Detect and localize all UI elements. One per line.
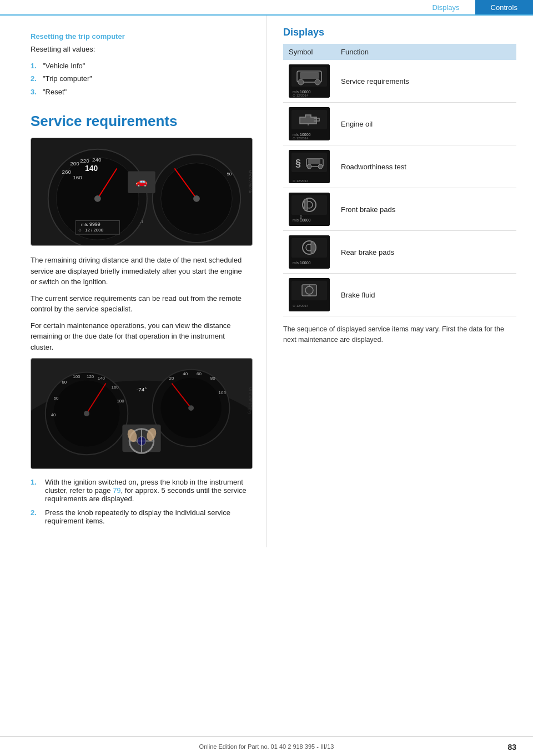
svg-text:40: 40 [51,412,56,417]
col-symbol: Symbol [283,44,335,60]
symbol-icon-roadworthy: § ⊙ 12/2014 [289,150,330,183]
symbol-cell: § ⊙ 12/2014 [283,145,335,188]
step-num: 3. [31,87,43,98]
tab-displays[interactable]: Displays [416,0,475,14]
svg-text:180: 180 [117,399,124,404]
step-text: "Reset" [43,87,67,98]
svg-point-20 [193,195,200,202]
svg-text:140: 140 [85,164,98,173]
svg-text:⊙ 12/2014: ⊙ 12/2014 [293,137,309,140]
svg-point-10 [94,195,101,202]
svg-text:100: 100 [73,374,81,379]
displays-title: Displays [283,27,516,38]
svg-point-62 [298,79,304,85]
symbol-cell: mls 10000 [283,231,335,274]
function-cell: Roadworthiness test [335,145,516,188]
step1-text: With the ignition switched on, press the… [45,478,249,503]
svg-text:12 / 2008: 12 / 2008 [85,228,104,233]
para3: For certain maintenance operations, you … [31,320,249,353]
svg-rect-86 [304,199,308,210]
svg-text:240: 240 [92,157,102,163]
svg-text:200: 200 [70,160,79,167]
symbol-icon-frontbrake: {} mls 10000 [289,193,330,226]
table-header-row: Symbol Function [283,44,516,60]
instrument-cluster-image-1: 200 220 240 260 140 160 mls 9999 ⊙ 12 / … [31,138,253,246]
step-text: "Trip computer" [43,73,92,84]
para2: The current service requirements can be … [31,293,249,315]
table-row: ⊙ 12/2014 Brake fluid [283,274,516,316]
svg-text:260: 260 [62,169,71,175]
svg-text:⊙ 12/2014: ⊙ 12/2014 [293,94,309,97]
reset-steps-list: 1. "Vehicle Info" 2. "Trip computer" 3. … [31,61,249,98]
svg-text:-1: -1 [139,219,144,224]
left-column: Resetting the trip computer Resetting al… [0,16,266,547]
para1: The remaining driving distance and the d… [31,255,249,288]
table-row: mls 10000 Rear brake pads [283,231,516,274]
svg-text:80: 80 [210,376,215,381]
svg-text:mls: mls [293,261,299,265]
step2-text: Press the knob repeatedly to display the… [45,508,249,525]
svg-text:220: 220 [80,158,89,164]
page-number: 83 [507,743,516,752]
step1-link[interactable]: 79 [113,486,120,495]
svg-text:MY07Z2909A: MY07Z2909A [248,170,252,194]
svg-text:20: 20 [169,376,174,381]
table-row: {} mls 10000 Front brake pads [283,188,516,231]
step-num: 2. [31,73,43,84]
svg-text:mls: mls [293,133,299,137]
symbol-cell: mls 10000 ⊙ 12/2014 [283,60,335,103]
svg-point-78 [307,164,311,169]
symbol-icon-brakefluid: ⊙ 12/2014 [289,278,330,311]
function-cell: Rear brake pads [335,231,516,274]
top-navigation: Displays Controls [0,0,533,16]
step2-num: 2. [31,508,45,525]
symbol-icon-oil: mls 10000 ⊙ 12/2014 [289,107,330,140]
symbol-icon-rearbrake: mls 10000 [289,235,330,269]
svg-rect-94 [311,242,314,253]
list-item: 3. "Reset" [31,87,249,98]
table-row: § ⊙ 12/2014 Roadworthiness test [283,145,516,188]
service-step-2: 2. Press the knob repeatedly to display … [31,508,249,525]
svg-point-79 [318,164,323,169]
reset-subtitle: Resetting all values: [31,44,249,55]
right-column: Displays Symbol Function mls 10000 [266,16,533,547]
symbol-function-table: Symbol Function mls 10000 ⊙ 12/2014 Serv… [283,44,516,316]
function-cell: Engine oil [335,103,516,145]
symbol-cell: {} mls 10000 [283,188,335,231]
svg-text:160: 160 [112,385,119,390]
svg-text:10000: 10000 [300,261,311,265]
symbol-icon-service: mls 10000 ⊙ 12/2014 [289,64,330,98]
svg-text:10000: 10000 [300,133,311,137]
function-cell: Service requirements [335,60,516,103]
svg-rect-64 [300,72,319,79]
step-text: "Vehicle Info" [43,61,85,72]
svg-text:120: 120 [87,374,94,379]
svg-text:§: § [295,158,301,169]
svg-text:9999: 9999 [89,221,100,227]
svg-point-38 [84,411,89,416]
svg-text:80: 80 [62,380,67,385]
instrument-cluster-image-2: 80 100 120 60 40 140 160 180 20 40 60 80… [31,358,253,469]
list-item: 2. "Trip computer" [31,73,249,84]
symbol-cell: mls 10000 ⊙ 12/2014 [283,103,335,145]
function-cell: Brake fluid [335,274,516,316]
service-step-1: 1. With the ignition switched on, press … [31,478,249,503]
svg-text:10000: 10000 [300,90,311,94]
symbol-cell: ⊙ 12/2014 [283,274,335,316]
svg-point-47 [188,405,194,411]
tab-controls[interactable]: Controls [475,0,533,14]
svg-text:140: 140 [98,376,105,381]
table-row: mls 10000 ⊙ 12/2014 Engine oil [283,103,516,145]
list-item: 1. "Vehicle Info" [31,61,249,72]
table-row: mls 10000 ⊙ 12/2014 Service requirements [283,60,516,103]
svg-text:160: 160 [73,174,82,180]
main-content: Resetting the trip computer Resetting al… [0,16,533,547]
svg-text:mls: mls [293,90,299,94]
service-requirements-title: Service requirements [31,113,249,130]
svg-text:40: 40 [183,371,188,376]
svg-text:-74°: -74° [137,386,147,392]
svg-text:60: 60 [197,371,202,376]
svg-rect-80 [308,159,320,164]
svg-text:60: 60 [54,396,59,401]
page-footer: Online Edition for Part no. 01 40 2 918 … [0,736,533,756]
